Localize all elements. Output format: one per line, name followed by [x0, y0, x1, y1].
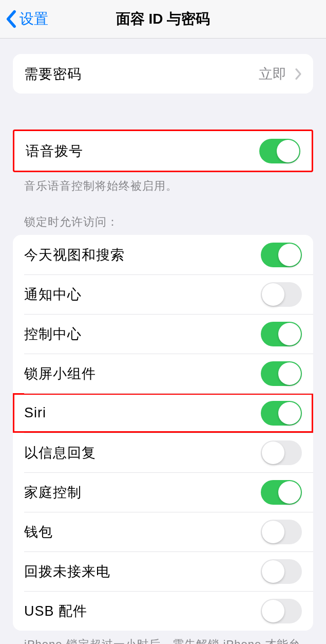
access-row: 钱包: [13, 512, 313, 551]
access-row-label: 钱包: [24, 523, 53, 541]
require-passcode-row[interactable]: 需要密码 立即: [13, 54, 313, 94]
access-row: 以信息回复: [13, 433, 313, 472]
access-toggle[interactable]: [261, 361, 302, 386]
access-toggle[interactable]: [261, 322, 302, 346]
access-group: 今天视图和搜索通知中心控制中心锁屏小组件Siri以信息回复家庭控制钱包回拨未接来…: [13, 235, 313, 631]
access-toggle[interactable]: [261, 480, 302, 505]
access-row-label: 回拨未接来电: [24, 562, 110, 581]
access-toggle[interactable]: [261, 520, 302, 544]
access-row-label: 通知中心: [24, 285, 82, 304]
chevron-left-icon: [5, 10, 16, 28]
access-row: USB 配件: [13, 591, 313, 631]
voice-dial-toggle[interactable]: [259, 139, 300, 163]
access-row-label: 家庭控制: [24, 483, 82, 502]
chevron-right-icon: [295, 68, 302, 80]
access-row: 家庭控制: [13, 472, 313, 512]
access-row: 今天视图和搜索: [13, 235, 313, 274]
access-toggle[interactable]: [261, 243, 302, 267]
back-label: 设置: [20, 9, 48, 29]
access-row: 锁屏小组件: [13, 354, 313, 393]
page-title: 面容 ID 与密码: [116, 9, 210, 29]
access-row: 回拨未接来电: [13, 551, 313, 591]
access-toggle[interactable]: [261, 282, 302, 307]
voice-dial-row: 语音拨号: [14, 131, 312, 171]
access-row-label: 今天视图和搜索: [24, 246, 125, 264]
passcode-group: 需要密码 立即: [13, 54, 313, 94]
voice-dial-group: 语音拨号: [13, 130, 313, 172]
access-toggle[interactable]: [261, 599, 302, 623]
access-row-label: 以信息回复: [24, 444, 96, 462]
require-passcode-label: 需要密码: [24, 65, 82, 83]
access-footer: iPhone 锁定超过一小时后，需先解锁 iPhone 才能允许 USB 配件连…: [13, 631, 313, 644]
access-row-label: 锁屏小组件: [24, 364, 96, 383]
access-row: Siri: [13, 393, 313, 433]
voice-dial-label: 语音拨号: [26, 142, 83, 160]
access-toggle[interactable]: [261, 401, 302, 426]
access-row: 控制中心: [13, 314, 313, 354]
require-passcode-value: 立即: [259, 65, 302, 83]
voice-dial-footer: 音乐语音控制将始终被启用。: [13, 172, 313, 194]
access-toggle[interactable]: [261, 440, 302, 465]
access-header: 锁定时允许访问：: [13, 194, 313, 235]
access-row-label: 控制中心: [24, 325, 82, 343]
access-row: 通知中心: [13, 274, 313, 314]
navigation-bar: 设置 面容 ID 与密码: [0, 0, 326, 39]
access-row-label: USB 配件: [24, 602, 87, 620]
access-row-label: Siri: [24, 405, 46, 421]
back-button[interactable]: 设置: [5, 9, 48, 29]
access-toggle[interactable]: [261, 559, 302, 584]
